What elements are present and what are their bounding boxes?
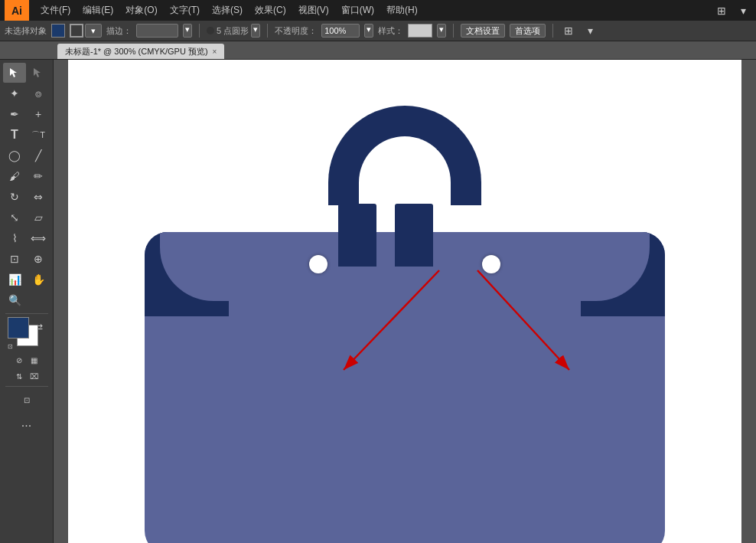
art-board-tool[interactable]: ⊡ (15, 390, 38, 410)
hand-tool[interactable]: ✋ (27, 270, 50, 289)
doc-settings-button[interactable]: 文档设置 (461, 24, 505, 38)
rotate-tool[interactable]: ↻ (3, 187, 26, 207)
chart-tool[interactable]: 📊 (3, 270, 26, 289)
free-transform-tool[interactable]: ⊡ (3, 249, 26, 269)
scale-tool[interactable]: ⤡ (3, 208, 26, 227)
title-bar: Ai 文件(F) 编辑(E) 对象(O) 文字(T) 选择(S) 效果(C) 视… (0, 0, 756, 21)
handle-arch-shape (328, 106, 481, 205)
ai-logo: Ai (5, 0, 29, 21)
lasso-tool[interactable]: ⌾ (27, 83, 50, 103)
style-label: 样式： (378, 25, 403, 37)
type-tool[interactable]: T (3, 125, 26, 145)
more-tools[interactable]: ··· (15, 416, 38, 436)
select-tool[interactable] (3, 63, 26, 83)
clr-icon[interactable]: ⌧ (28, 369, 41, 383)
unselected-label: 未选择对象 (5, 25, 47, 37)
handle-arch (328, 106, 481, 205)
strap-right (395, 224, 433, 267)
swap-icon[interactable]: ⇅ (12, 369, 26, 383)
arrow-left (321, 263, 458, 385)
arrow-right (470, 263, 592, 385)
point-label: 5 点圆形 (217, 25, 249, 37)
svg-line-3 (477, 270, 569, 370)
style-color[interactable] (408, 24, 432, 38)
corner-left-cut (160, 232, 229, 301)
default-colors-icon[interactable]: ⊡ (8, 343, 15, 351)
svg-line-1 (344, 270, 439, 370)
corner-left (145, 232, 229, 316)
opacity-label: 不透明度： (275, 25, 317, 37)
strap-left (338, 224, 376, 267)
arrange-options-icon[interactable]: ⊞ (560, 22, 577, 39)
corner-right (581, 232, 665, 316)
color-selector: ⇄ ⊡ (8, 317, 46, 351)
menu-file[interactable]: 文件(F) (35, 2, 76, 18)
title-right: ⊞ ▾ (713, 2, 751, 19)
canvas-area (54, 60, 756, 543)
opacity-dropdown[interactable]: ▾ (364, 24, 373, 38)
opacity-input[interactable] (321, 24, 360, 38)
point-icon (207, 27, 214, 34)
line-tool[interactable]: ╱ (27, 146, 50, 165)
direct-select-tool[interactable] (27, 63, 50, 83)
pen-tool[interactable]: ✒ (3, 104, 26, 124)
tab-bar: 未标题-1* @ 300% (CMYK/GPU 预览) × (0, 41, 756, 60)
stroke-label: 描边： (106, 25, 132, 37)
no-color-icon[interactable]: ⊘ (12, 353, 26, 367)
stroke-dropdown[interactable]: ▾ (183, 24, 192, 38)
foreground-color-box[interactable] (8, 317, 29, 339)
menu-object[interactable]: 对象(O) (120, 2, 162, 18)
path-type-tool[interactable]: ⌒T (27, 125, 50, 145)
width-tool[interactable]: ⟺ (27, 228, 50, 248)
menu-select[interactable]: 选择(S) (207, 2, 248, 18)
add-anchor-tool[interactable]: + (27, 104, 50, 124)
options-bar: 未选择对象 ▾ 描边： ▾ 5 点圆形 ▾ 不透明度： ▾ 样式： ▾ 文档设置… (0, 21, 756, 41)
tab-close-button[interactable]: × (213, 47, 217, 56)
magic-wand-tool[interactable]: ✦ (3, 83, 26, 103)
warp-tool[interactable]: ⌇ (3, 228, 26, 248)
document-tab[interactable]: 未标题-1* @ 300% (CMYK/GPU 预览) × (57, 44, 224, 59)
extra-tool[interactable] (27, 290, 50, 310)
shape-builder-tool[interactable]: ⊕ (27, 249, 50, 269)
preferences-button[interactable]: 首选项 (510, 24, 546, 38)
menu-window[interactable]: 窗口(W) (336, 2, 380, 18)
canvas (68, 60, 741, 543)
arrange-icon[interactable]: ⊞ (713, 2, 730, 19)
menu-edit[interactable]: 编辑(E) (77, 2, 119, 18)
expand-icon[interactable]: ▾ (735, 2, 751, 19)
reflect-tool[interactable]: ⇔ (27, 187, 50, 207)
expand-options-icon[interactable]: ▾ (582, 22, 598, 39)
style-dropdown[interactable]: ▾ (437, 24, 446, 38)
gradient-icon[interactable]: ▦ (28, 353, 41, 367)
briefcase-illustration (145, 106, 665, 543)
menu-view[interactable]: 视图(V) (293, 2, 334, 18)
main-area: ✦ ⌾ ✒ + T ⌒T ◯ ╱ 🖌 ✏ ↻ ⇔ ⤡ ▱ ⌇ ⟺ (0, 60, 756, 543)
menu-effect[interactable]: 效果(C) (249, 2, 292, 18)
stroke-color[interactable] (70, 24, 83, 38)
title-menus: 文件(F) 编辑(E) 对象(O) 文字(T) 选择(S) 效果(C) 视图(V… (35, 2, 423, 18)
shear-tool[interactable]: ▱ (27, 208, 50, 227)
toolbar: ✦ ⌾ ✒ + T ⌒T ◯ ╱ 🖌 ✏ ↻ ⇔ ⤡ ▱ ⌇ ⟺ (0, 60, 54, 543)
menu-help[interactable]: 帮助(H) (381, 2, 423, 18)
tab-label: 未标题-1* @ 300% (CMYK/GPU 预览) (65, 46, 208, 57)
zoom-tool[interactable]: 🔍 (3, 290, 26, 310)
stroke-input[interactable] (136, 24, 178, 38)
pencil-tool[interactable]: ✏ (27, 166, 50, 186)
paintbrush-tool[interactable]: 🖌 (3, 166, 26, 186)
ellipse-tool[interactable]: ◯ (3, 146, 26, 165)
menu-text[interactable]: 文字(T) (165, 2, 205, 18)
fill-color[interactable] (51, 24, 65, 38)
stroke-type-dropdown[interactable]: ▾ (85, 24, 102, 38)
point-dropdown[interactable]: ▾ (251, 24, 260, 38)
